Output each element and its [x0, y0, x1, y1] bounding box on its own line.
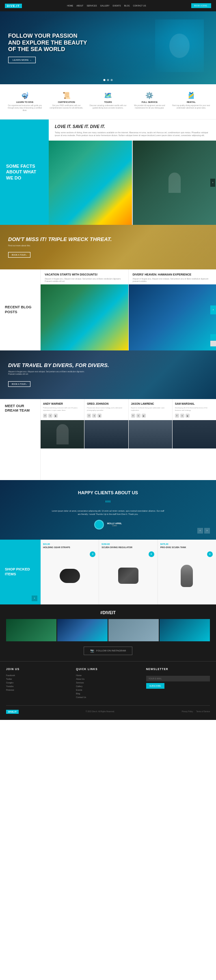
feature-learn-text: Our experienced instructors will guide y… — [6, 105, 44, 112]
feature-cert-title: CERTIFICATION — [47, 101, 85, 103]
feature-rental-text: Rent top-quality diving equipment for yo… — [172, 105, 210, 109]
tours-icon: 🗺️ — [89, 92, 127, 99]
nav-blog[interactable]: BLOG — [124, 4, 130, 7]
love-heading: LOVE IT. SAVE IT. DIVE IT. — [55, 124, 210, 129]
blog-post-1-text: Aliquam in feugiat arcu. Aliquam erat vo… — [45, 278, 124, 283]
newsletter-subscribe-button[interactable]: SUBSCRIBE — [146, 683, 164, 689]
footer-link-about[interactable]: About Us — [76, 677, 140, 681]
blog-next-arrow[interactable]: › — [210, 305, 216, 314]
nav-events[interactable]: EVENTS — [113, 4, 121, 7]
greg-social: f t g — [87, 414, 125, 418]
footer-link-home[interactable]: Home — [76, 674, 140, 677]
footer-join-facebook[interactable]: Facebook — [6, 674, 70, 677]
greg-text: Passionate about marine biology and unde… — [87, 407, 125, 411]
shop-prev-arrow[interactable]: › — [32, 596, 37, 601]
andy-twitter-icon[interactable]: t — [48, 414, 52, 418]
footer-join-twitter[interactable]: Twitter — [6, 677, 70, 681]
footer-link-contact[interactable]: Contact Us — [76, 696, 140, 699]
shop-item-tank: $475.00 PRO-DIVE SCUBA TANK + — [158, 540, 216, 604]
love-next-arrow[interactable]: › — [210, 179, 215, 187]
tank-price: $475.00 — [160, 543, 168, 545]
footer-bottom: DIVE.IT © 2015 Dive.It. All Rights Reser… — [6, 705, 210, 714]
jason-facebook-icon[interactable]: f — [131, 414, 135, 418]
footer-join-googleplus[interactable]: Google+ — [6, 681, 70, 685]
footer-newsletter: NEWSLETTER SUBSCRIBE — [146, 668, 210, 699]
nav-services[interactable]: SERVICES — [86, 4, 97, 7]
tank-img-shape — [181, 565, 193, 587]
instagram-follow-button[interactable]: 📷 FOLLOW ON INSTAGRAM — [84, 647, 132, 655]
shop-sidebar-title: SHOP PICKED ITEMS — [5, 567, 36, 576]
shop-section: SHOP PICKED ITEMS › $15.00 HOLDING GEAR … — [0, 540, 216, 604]
footer-terms-link[interactable]: Terms of Service — [196, 711, 210, 713]
footer-link-gallery[interactable]: Gallery — [76, 685, 140, 688]
tank-name: PRO-DIVE SCUBA TANK — [160, 546, 186, 549]
blog-tab-indicators — [210, 334, 216, 346]
andy-google-icon[interactable]: g — [54, 414, 58, 418]
jason-google-icon[interactable]: g — [142, 414, 146, 418]
feature-rental-title: RENTAL — [172, 101, 210, 103]
footer-join-pinterest[interactable]: Pinterest — [6, 688, 70, 692]
nav-contact[interactable]: CONTACT US — [133, 4, 146, 7]
footer-link-blog[interactable]: Blog — [76, 692, 140, 696]
regulator-image: + — [102, 551, 155, 601]
love-image-diver — [133, 141, 216, 225]
nav-home[interactable]: HOME — [67, 4, 73, 7]
tropical-image — [41, 284, 128, 350]
scuba-image — [129, 284, 216, 350]
jason-twitter-icon[interactable]: t — [136, 414, 140, 418]
hero-learn-more-button[interactable]: LEARN MORE › — [8, 57, 36, 63]
travel-content: DIVE TRAVEL BY DIVERS, FOR DIVERS. Aliqu… — [8, 362, 109, 386]
nav-about[interactable]: ABOUT — [76, 4, 83, 7]
regulator-img-shape — [118, 568, 138, 584]
nav-gallery[interactable]: GALLERY — [100, 4, 110, 7]
footer-join-us: JOIN US Facebook Twitter Google+ Youtube… — [6, 668, 70, 699]
hero-dot-1[interactable] — [104, 79, 106, 81]
wreck-book-button[interactable]: BOOK A TOUR › — [8, 252, 30, 258]
diveit-photo-4 — [160, 619, 210, 641]
regulator-add-button[interactable]: + — [149, 551, 154, 557]
sam-text: Developing all of the financial function… — [175, 407, 214, 411]
quote-mark: ““ — [8, 499, 208, 507]
footer-privacy-link[interactable]: Privacy Policy — [181, 711, 193, 713]
regulator-price: $150.90 — [102, 543, 110, 545]
regulator-name: SCUBA DIVING REGULATOR — [102, 546, 132, 549]
greg-google-icon[interactable]: g — [97, 414, 102, 418]
straps-add-button[interactable]: + — [90, 551, 95, 557]
feature-tours-title: TOURS — [89, 101, 127, 103]
nav-cta-button[interactable]: BOOK A DIVE › — [191, 3, 211, 8]
andy-facebook-icon[interactable]: f — [43, 414, 47, 418]
sam-twitter-icon[interactable]: t — [180, 414, 184, 418]
blog-post-1: VACATION STARTS WITH DISCOUNTS! Aliquam … — [41, 269, 129, 350]
hero-dot-2[interactable] — [107, 79, 109, 81]
travel-book-button[interactable]: BOOK A TOUR › — [8, 381, 30, 387]
sam-google-icon[interactable]: g — [186, 414, 190, 418]
footer-link-events[interactable]: Events — [76, 688, 140, 692]
instagram-follow-label: FOLLOW ON INSTAGRAM — [96, 649, 126, 652]
features-section: 🤿 LEARN TO DIVE Our experienced instruct… — [0, 84, 216, 120]
testimonial-next-arrow[interactable]: › — [204, 528, 210, 534]
blog-tab-1[interactable] — [210, 334, 216, 340]
tank-add-button[interactable]: + — [207, 551, 213, 557]
diveit-photo-3 — [108, 619, 159, 641]
footer-link-services[interactable]: Services — [76, 681, 140, 685]
straps-name: HOLDING GEAR STRAPS — [43, 546, 70, 549]
author-avatar — [94, 520, 104, 529]
newsletter-email-input[interactable] — [146, 676, 210, 681]
team-member-greg: GREG JOHNSON Passionate about marine bio… — [84, 399, 128, 448]
hero-dot-3[interactable] — [111, 79, 113, 81]
hero-section: FOLLOW YOUR PASSION AND EXPLORE THE BEAU… — [0, 11, 216, 84]
diveit-section: #DIVEIT 📷 FOLLOW ON INSTAGRAM — [0, 604, 216, 661]
sam-photo-bg — [173, 420, 216, 448]
sam-facebook-icon[interactable]: f — [175, 414, 179, 418]
shop-item-straps: $15.00 HOLDING GEAR STRAPS + — [41, 540, 99, 604]
testimonial-prev-arrow[interactable]: ‹ — [197, 528, 203, 534]
greg-facebook-icon[interactable]: f — [87, 414, 91, 418]
footer-join-youtube[interactable]: Youtube — [6, 685, 70, 688]
blog-posts-list: VACATION STARTS WITH DISCOUNTS! Aliquam … — [41, 269, 216, 350]
blog-post-2: DIVERS' HEAVEN: HAWAIIAN EXPERIENCE Aliq… — [129, 269, 216, 350]
blog-tab-2[interactable] — [210, 341, 216, 346]
diver-image — [133, 141, 216, 225]
diveit-heading: #DIVEIT — [6, 611, 210, 615]
greg-twitter-icon[interactable]: t — [92, 414, 96, 418]
jason-text: Expert in technical diving and underwate… — [131, 407, 170, 411]
